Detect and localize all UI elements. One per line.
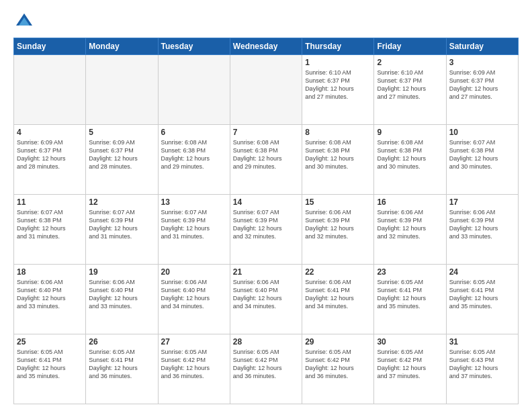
calendar-cell: 14Sunrise: 6:07 AMSunset: 6:39 PMDayligh… <box>230 195 302 265</box>
day-number: 12 <box>89 197 154 207</box>
calendar-cell: 9Sunrise: 6:08 AMSunset: 6:38 PMDaylight… <box>374 125 446 195</box>
cell-info: Sunrise: 6:05 AMSunset: 6:41 PMDaylight:… <box>449 278 515 311</box>
calendar-cell: 18Sunrise: 6:06 AMSunset: 6:40 PMDayligh… <box>14 265 86 334</box>
day-number: 21 <box>233 267 299 277</box>
weekday-header: Wednesday <box>230 38 302 55</box>
weekday-header: Tuesday <box>158 38 230 55</box>
cell-info: Sunrise: 6:06 AMSunset: 6:40 PMDaylight:… <box>161 278 227 311</box>
day-number: 11 <box>17 197 83 207</box>
cell-info: Sunrise: 6:05 AMSunset: 6:41 PMDaylight:… <box>17 348 83 381</box>
cell-info: Sunrise: 6:05 AMSunset: 6:42 PMDaylight:… <box>305 348 371 381</box>
day-number: 20 <box>161 267 227 277</box>
cell-info: Sunrise: 6:06 AMSunset: 6:40 PMDaylight:… <box>233 278 299 311</box>
day-number: 24 <box>449 267 515 277</box>
cell-info: Sunrise: 6:05 AMSunset: 6:41 PMDaylight:… <box>89 348 154 381</box>
calendar-week-row: 11Sunrise: 6:07 AMSunset: 6:38 PMDayligh… <box>14 195 519 265</box>
calendar-cell <box>230 55 302 125</box>
calendar-cell: 28Sunrise: 6:05 AMSunset: 6:42 PMDayligh… <box>230 334 302 404</box>
cell-info: Sunrise: 6:08 AMSunset: 6:38 PMDaylight:… <box>233 138 299 171</box>
cell-info: Sunrise: 6:07 AMSunset: 6:38 PMDaylight:… <box>449 138 515 171</box>
cell-info: Sunrise: 6:05 AMSunset: 6:42 PMDaylight:… <box>377 348 443 381</box>
calendar-cell: 8Sunrise: 6:08 AMSunset: 6:38 PMDaylight… <box>302 125 374 195</box>
calendar-cell: 6Sunrise: 6:08 AMSunset: 6:38 PMDaylight… <box>158 125 230 195</box>
day-number: 25 <box>17 337 83 347</box>
cell-info: Sunrise: 6:08 AMSunset: 6:38 PMDaylight:… <box>161 138 227 171</box>
day-number: 28 <box>233 337 299 347</box>
calendar-cell: 29Sunrise: 6:05 AMSunset: 6:42 PMDayligh… <box>302 334 374 404</box>
cell-info: Sunrise: 6:09 AMSunset: 6:37 PMDaylight:… <box>17 138 83 171</box>
cell-info: Sunrise: 6:10 AMSunset: 6:37 PMDaylight:… <box>377 68 443 101</box>
cell-info: Sunrise: 6:06 AMSunset: 6:40 PMDaylight:… <box>17 278 83 311</box>
calendar-cell: 31Sunrise: 6:05 AMSunset: 6:43 PMDayligh… <box>446 334 518 404</box>
cell-info: Sunrise: 6:08 AMSunset: 6:38 PMDaylight:… <box>305 138 371 171</box>
day-number: 9 <box>377 128 443 137</box>
calendar-cell: 27Sunrise: 6:05 AMSunset: 6:42 PMDayligh… <box>158 334 230 404</box>
day-number: 8 <box>305 128 371 137</box>
weekday-header: Thursday <box>302 38 374 55</box>
day-number: 4 <box>17 128 83 137</box>
day-number: 18 <box>17 267 83 277</box>
day-number: 2 <box>377 58 443 67</box>
day-number: 17 <box>449 197 515 207</box>
day-number: 15 <box>305 197 371 207</box>
weekday-header: Monday <box>86 38 158 55</box>
cell-info: Sunrise: 6:07 AMSunset: 6:38 PMDaylight:… <box>17 208 83 241</box>
calendar-cell: 21Sunrise: 6:06 AMSunset: 6:40 PMDayligh… <box>230 265 302 334</box>
calendar-cell: 16Sunrise: 6:06 AMSunset: 6:39 PMDayligh… <box>374 195 446 265</box>
day-number: 10 <box>449 128 515 137</box>
calendar-cell: 3Sunrise: 6:09 AMSunset: 6:37 PMDaylight… <box>446 55 518 125</box>
day-number: 22 <box>305 267 371 277</box>
cell-info: Sunrise: 6:09 AMSunset: 6:37 PMDaylight:… <box>89 138 154 171</box>
calendar-cell: 1Sunrise: 6:10 AMSunset: 6:37 PMDaylight… <box>302 55 374 125</box>
cell-info: Sunrise: 6:07 AMSunset: 6:39 PMDaylight:… <box>161 208 227 241</box>
calendar-cell: 10Sunrise: 6:07 AMSunset: 6:38 PMDayligh… <box>446 125 518 195</box>
day-number: 23 <box>377 267 443 277</box>
calendar-cell: 20Sunrise: 6:06 AMSunset: 6:40 PMDayligh… <box>158 265 230 334</box>
calendar-cell: 19Sunrise: 6:06 AMSunset: 6:40 PMDayligh… <box>86 265 158 334</box>
day-number: 3 <box>449 58 515 67</box>
day-number: 19 <box>89 267 154 277</box>
logo <box>13 11 38 32</box>
calendar-week-row: 1Sunrise: 6:10 AMSunset: 6:37 PMDaylight… <box>14 55 519 125</box>
day-number: 27 <box>161 337 227 347</box>
cell-info: Sunrise: 6:06 AMSunset: 6:39 PMDaylight:… <box>449 208 515 241</box>
calendar-cell: 13Sunrise: 6:07 AMSunset: 6:39 PMDayligh… <box>158 195 230 265</box>
calendar-cell <box>86 55 158 125</box>
day-number: 29 <box>305 337 371 347</box>
calendar-header-row: SundayMondayTuesdayWednesdayThursdayFrid… <box>14 38 519 55</box>
calendar-cell: 7Sunrise: 6:08 AMSunset: 6:38 PMDaylight… <box>230 125 302 195</box>
calendar-week-row: 18Sunrise: 6:06 AMSunset: 6:40 PMDayligh… <box>14 265 519 334</box>
calendar-cell: 26Sunrise: 6:05 AMSunset: 6:41 PMDayligh… <box>86 334 158 404</box>
calendar-table: SundayMondayTuesdayWednesdayThursdayFrid… <box>13 38 519 404</box>
calendar-cell: 15Sunrise: 6:06 AMSunset: 6:39 PMDayligh… <box>302 195 374 265</box>
calendar-cell: 4Sunrise: 6:09 AMSunset: 6:37 PMDaylight… <box>14 125 86 195</box>
cell-info: Sunrise: 6:05 AMSunset: 6:41 PMDaylight:… <box>377 278 443 311</box>
cell-info: Sunrise: 6:07 AMSunset: 6:39 PMDaylight:… <box>89 208 154 241</box>
day-number: 30 <box>377 337 443 347</box>
calendar-cell: 17Sunrise: 6:06 AMSunset: 6:39 PMDayligh… <box>446 195 518 265</box>
day-number: 5 <box>89 128 154 137</box>
cell-info: Sunrise: 6:05 AMSunset: 6:42 PMDaylight:… <box>161 348 227 381</box>
cell-info: Sunrise: 6:07 AMSunset: 6:39 PMDaylight:… <box>233 208 299 241</box>
cell-info: Sunrise: 6:09 AMSunset: 6:37 PMDaylight:… <box>449 68 515 101</box>
weekday-header: Sunday <box>14 38 86 55</box>
day-number: 13 <box>161 197 227 207</box>
cell-info: Sunrise: 6:08 AMSunset: 6:38 PMDaylight:… <box>377 138 443 171</box>
calendar-cell: 5Sunrise: 6:09 AMSunset: 6:37 PMDaylight… <box>86 125 158 195</box>
calendar-cell: 25Sunrise: 6:05 AMSunset: 6:41 PMDayligh… <box>14 334 86 404</box>
cell-info: Sunrise: 6:06 AMSunset: 6:40 PMDaylight:… <box>89 278 154 311</box>
calendar-cell: 2Sunrise: 6:10 AMSunset: 6:37 PMDaylight… <box>374 55 446 125</box>
day-number: 14 <box>233 197 299 207</box>
day-number: 6 <box>161 128 227 137</box>
calendar-cell: 11Sunrise: 6:07 AMSunset: 6:38 PMDayligh… <box>14 195 86 265</box>
page: SundayMondayTuesdayWednesdayThursdayFrid… <box>0 0 532 411</box>
day-number: 31 <box>449 337 515 347</box>
cell-info: Sunrise: 6:05 AMSunset: 6:43 PMDaylight:… <box>449 348 515 381</box>
cell-info: Sunrise: 6:06 AMSunset: 6:39 PMDaylight:… <box>305 208 371 241</box>
day-number: 16 <box>377 197 443 207</box>
cell-info: Sunrise: 6:06 AMSunset: 6:39 PMDaylight:… <box>377 208 443 241</box>
calendar-cell: 12Sunrise: 6:07 AMSunset: 6:39 PMDayligh… <box>86 195 158 265</box>
weekday-header: Friday <box>374 38 446 55</box>
calendar-cell: 22Sunrise: 6:06 AMSunset: 6:41 PMDayligh… <box>302 265 374 334</box>
day-number: 7 <box>233 128 299 137</box>
